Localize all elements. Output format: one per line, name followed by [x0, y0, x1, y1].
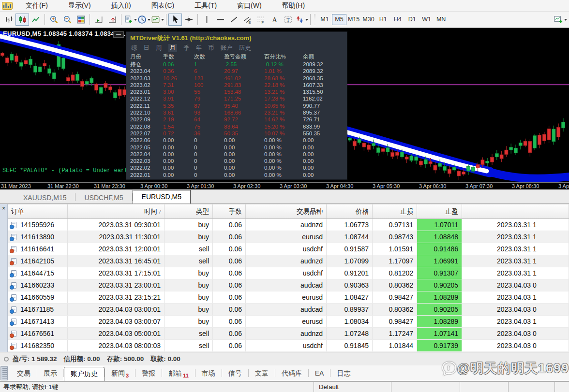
chart-tab-USDCHF[interactable]: USDCHF,M5 [75, 192, 132, 203]
menu-item-显[interactable]: 显示(V) [58, 1, 101, 9]
stats-tab-账户[interactable]: 账户 [221, 44, 233, 52]
terminal-tab-EA[interactable]: EA [309, 367, 330, 379]
order-symbol: usdchf [303, 269, 323, 277]
order-row[interactable]: 1416166412023.03.31 12:00:01sell0.06usdc… [8, 243, 569, 255]
stats-tab-周[interactable]: 周 [156, 44, 162, 52]
equidistant-channel-button[interactable]: E [240, 14, 254, 26]
order-close-time: 2023.04.03 0 [497, 305, 537, 313]
order-row[interactable]: 1416765612023.04.03 05:00:01sell0.06audn… [8, 328, 569, 340]
menu-item-帮[interactable]: 帮助(H) [272, 1, 315, 9]
terminal-tab-新闻[interactable]: 新闻3 [105, 367, 135, 379]
stats-tab-年[interactable]: 年 [196, 44, 202, 52]
stats-lots: 2.19 [163, 116, 194, 123]
arrow-objects-button[interactable] [295, 14, 308, 26]
timeframe-H4[interactable]: H4 [390, 14, 405, 25]
menu-item-工[interactable]: 工具(T) [184, 1, 227, 9]
timeframe-H1[interactable]: H1 [376, 14, 390, 25]
cursor-button[interactable] [168, 14, 182, 26]
chevron-down-icon [305, 19, 308, 21]
new-order-button[interactable] [123, 14, 137, 26]
fibonacci-button[interactable]: F [254, 14, 268, 26]
menu-item-窗[interactable]: 窗口(W) [227, 1, 272, 9]
horizontal-line-button[interactable] [213, 14, 227, 26]
terminal-tab-信号[interactable]: 信号 [222, 367, 248, 379]
order-row[interactable]: 1416711852023.04.03 03:00:01buy0.06audca… [8, 304, 569, 316]
add-chart-button[interactable] [554, 14, 567, 26]
order-row[interactable]: 1416823502023.04.03 08:00:03sell0.06usdc… [8, 340, 569, 352]
terminal-tab-警报[interactable]: 警报 [135, 367, 162, 379]
timeframe-M30[interactable]: M30 [361, 14, 375, 25]
trendline-button[interactable] [227, 14, 240, 26]
terminal-tab-市场[interactable]: 市场 [195, 367, 222, 379]
order-row[interactable]: 1416714132023.04.03 03:00:07buy0.06eurus… [8, 316, 569, 328]
stats-tab-日[interactable]: 日 [144, 44, 150, 52]
chart-tab-EURUSD[interactable]: EURUSD,M5 [133, 190, 191, 203]
order-sl: 0.98427 [389, 318, 413, 325]
terminal-tab-账户历史[interactable]: 账户历史 [64, 367, 105, 381]
terminal-tab-代码库[interactable]: 代码库 [275, 367, 308, 379]
stats-percent: 15.20 % [264, 123, 303, 130]
order-lots: 0.06 [229, 342, 242, 349]
orders-header-row[interactable]: 订单时间/类型手数交易品种价格止损止盈 [8, 204, 569, 219]
sell-order-icon [11, 331, 16, 337]
chart-tab-XAUUSD[interactable]: XAUUSD,M15 [15, 192, 75, 203]
text-button[interactable]: A [268, 14, 281, 26]
terminal-tab-邮箱[interactable]: 邮箱11 [162, 367, 195, 379]
terminal-tab-交易[interactable]: 交易 [11, 367, 37, 379]
order-time-cell: 2023.03.31 17:15:01 [68, 267, 165, 279]
stats-row: 2022.040.0000.000.00 %0.00 [126, 151, 347, 158]
chart-shift-button[interactable] [105, 14, 119, 26]
order-price-cell: 1.07248 [327, 328, 373, 339]
panel-minimize-button[interactable]: — [113, 31, 124, 38]
timeframe-M5[interactable]: M5 [332, 14, 346, 25]
stats-tab-币[interactable]: 币 [208, 44, 214, 52]
order-row[interactable]: 1416138902023.03.31 11:30:01buy0.06eurus… [8, 231, 569, 243]
stats-tab-季[interactable]: 季 [183, 44, 190, 52]
stats-column-header: 余额 [303, 53, 347, 61]
zoom-in-button[interactable] [47, 14, 60, 26]
tile-windows-button[interactable] [74, 14, 88, 26]
crosshair-button[interactable] [182, 14, 195, 26]
bar-chart-button[interactable] [2, 14, 15, 26]
menu-item-文[interactable]: 文件(F) [15, 1, 58, 9]
time-axis[interactable]: 31 Mar 202331 Mar 22:3031 Mar 23:303 Apr… [0, 182, 569, 189]
vertical-line-button[interactable] [200, 14, 213, 26]
stats-trades: 0 [194, 172, 224, 178]
stats-tab-综[interactable]: 综 [131, 44, 137, 52]
candlestick-button[interactable] [15, 14, 29, 26]
order-lots: 0.06 [229, 305, 242, 313]
stats-tab-月[interactable]: 月 [168, 44, 178, 52]
line-chart-button[interactable] [29, 14, 43, 26]
order-row[interactable]: 1416605592023.03.31 23:15:21buy0.06eurus… [8, 291, 569, 304]
menu-item-插[interactable]: 插入(I) [101, 1, 141, 9]
terminal-tab-文章[interactable]: 文章 [249, 367, 275, 379]
terminal-tab-日志[interactable]: 日志 [330, 367, 357, 379]
label-button[interactable]: T [281, 14, 295, 26]
order-row[interactable]: 1415959262023.03.31 09:30:01buy0.06audnz… [8, 219, 569, 231]
orders-column-8: 止盈 [417, 204, 462, 218]
timeframe-D1[interactable]: D1 [405, 14, 419, 25]
close-icon[interactable]: × [1, 205, 7, 211]
timeframe-M15[interactable]: M15 [346, 14, 361, 25]
order-row[interactable]: 1416447152023.03.31 17:15:01buy0.06usdch… [8, 267, 569, 279]
terminal-tab-展示[interactable]: 展示 [37, 367, 63, 379]
sidebar-vertical-tab[interactable] [0, 366, 8, 380]
auto-scroll-button[interactable] [92, 14, 105, 26]
chart-template-button[interactable] [150, 14, 164, 26]
order-row[interactable]: 1416602332023.03.31 23:00:01buy0.06audca… [8, 279, 569, 291]
order-row[interactable]: 1416421052023.03.31 16:45:01sell0.06audn… [8, 255, 569, 267]
timeframe-M1[interactable]: M1 [317, 14, 332, 25]
stats-lots: 0.00 [163, 158, 194, 164]
period-clock-button[interactable] [137, 14, 150, 26]
profile-cell[interactable]: Default [314, 382, 391, 392]
toolbar-separator [121, 14, 121, 25]
stats-row: 持仓0.061-2.55-0.12 %2089.32 [126, 61, 347, 68]
menu-item-图[interactable]: 图表(C) [141, 1, 184, 9]
stats-balance: 0.00 [303, 172, 347, 178]
stats-balance: 990.77 [303, 102, 347, 109]
timeframe-MN[interactable]: MN [434, 14, 449, 25]
arrow-objects-icon [295, 15, 304, 24]
stats-tab-历史[interactable]: 历史 [239, 44, 251, 52]
timeframe-W1[interactable]: W1 [419, 14, 434, 25]
zoom-out-button[interactable] [60, 14, 74, 26]
